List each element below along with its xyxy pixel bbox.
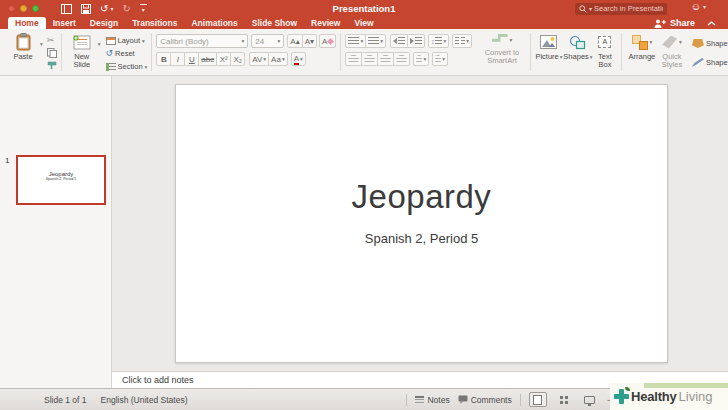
align-left-button[interactable] [345, 52, 362, 66]
undo-button[interactable]: ↺▾ [100, 4, 113, 14]
tab-review[interactable]: Review [304, 17, 347, 29]
underline-button[interactable]: U [184, 52, 199, 66]
picture-icon [540, 35, 557, 49]
line-spacing-button[interactable]: ↕▾ [428, 34, 449, 48]
redo-button[interactable]: ↻ [122, 4, 130, 14]
decrease-indent-button[interactable] [390, 34, 408, 48]
eraser-icon [327, 37, 334, 44]
customize-toolbar-button[interactable]: ▾ [140, 4, 147, 13]
increase-indent-button[interactable] [407, 34, 425, 48]
thumbnail-subtitle-text: Spanish 2, Period 5 [18, 177, 104, 181]
slide-subtitle-placeholder[interactable]: Spanish 2, Period 5 [176, 231, 667, 246]
strikethrough-button[interactable]: abc [198, 52, 217, 66]
picture-button[interactable]: Picture▾ [535, 32, 563, 61]
text-direction-button[interactable]: ▾ [413, 52, 429, 66]
tab-slide-show[interactable]: Slide Show [245, 17, 304, 29]
change-case-button[interactable]: Aa▾ [268, 52, 288, 66]
tab-animations[interactable]: Animations [184, 17, 244, 29]
shapes-button[interactable]: Shapes▾ [563, 32, 593, 61]
format-painter-button[interactable] [47, 61, 57, 70]
collapse-ribbon-icon[interactable] [707, 21, 716, 26]
tab-insert[interactable]: Insert [46, 17, 83, 29]
tab-home[interactable]: Home [8, 17, 46, 29]
shrink-font-button[interactable]: A▾ [302, 34, 317, 48]
new-slide-dropdown-caret[interactable]: ▾ [98, 41, 101, 47]
bold-button[interactable]: B [156, 52, 171, 66]
copy-button[interactable] [47, 48, 57, 58]
quick-styles-button[interactable]: ▾ Quick Styles [658, 32, 686, 70]
shape-outline-button[interactable]: Shape Outline ▾ [692, 56, 728, 69]
slide-title-placeholder[interactable]: Jeopardy [176, 178, 667, 216]
layout-icon [106, 37, 116, 45]
convert-to-smartart-button[interactable]: ▾ Convert to SmartArt [478, 32, 526, 66]
minimize-window-button[interactable] [20, 5, 27, 12]
columns-button[interactable]: ▾ [452, 34, 472, 48]
quick-styles-icon [662, 36, 677, 49]
align-center-button[interactable] [361, 52, 378, 66]
layout-caret: ▾ [142, 38, 145, 44]
share-button[interactable]: Share [654, 18, 716, 28]
align-right-icon [380, 55, 391, 64]
font-name-combo[interactable]: Calibri (Body)▾ [156, 34, 248, 48]
healthy-living-plus-icon [614, 389, 629, 404]
comments-toggle-button[interactable]: Comments [458, 395, 512, 405]
clear-formatting-button[interactable]: A [319, 34, 336, 48]
shape-fill-icon [692, 39, 704, 48]
layout-button[interactable]: Layout ▾ [106, 34, 148, 47]
reset-button[interactable]: ↺ Reset [106, 47, 148, 60]
superscript-button[interactable]: X² [216, 52, 231, 66]
new-from-template-icon[interactable] [61, 4, 72, 14]
paste-dropdown-caret[interactable]: ▾ [40, 41, 43, 47]
notes-toggle-button[interactable]: Notes [415, 395, 449, 405]
smartart-icon [492, 34, 508, 46]
italic-button[interactable]: I [170, 52, 185, 66]
paste-button[interactable]: Paste [6, 32, 40, 61]
bullets-button[interactable]: ▾ [345, 34, 366, 48]
decrease-indent-icon [393, 38, 397, 44]
tab-design[interactable]: Design [83, 17, 125, 29]
zoom-window-button[interactable] [32, 5, 39, 12]
shape-outline-label: Shape Outline [706, 58, 728, 67]
group-divider [621, 33, 622, 71]
close-window-button[interactable] [8, 5, 15, 12]
slide-canvas[interactable]: Jeopardy Spanish 2, Period 5 [175, 84, 668, 363]
align-text-button[interactable]: ▾ [432, 52, 448, 66]
align-text-icon [435, 55, 441, 64]
character-spacing-button[interactable]: AV▾ [249, 52, 269, 66]
text-box-button[interactable]: A Text Box [593, 32, 617, 70]
section-button[interactable]: Section ▾ [106, 60, 148, 73]
font-color-button[interactable]: A▾ [291, 52, 306, 66]
cut-button[interactable]: ✂ [47, 36, 57, 45]
justify-button[interactable] [393, 52, 410, 66]
undo-dropdown-caret[interactable]: ▾ [110, 5, 113, 12]
slide-thumbnail[interactable]: Jeopardy Spanish 2, Period 5 [16, 155, 106, 205]
numbering-button[interactable]: ▾ [365, 34, 386, 48]
tab-transitions[interactable]: Transitions [125, 17, 184, 29]
picture-label: Picture [535, 53, 558, 61]
normal-view-button[interactable] [529, 392, 547, 407]
slide-show-button[interactable] [581, 392, 599, 407]
align-right-button[interactable] [377, 52, 394, 66]
slide-sorter-button[interactable] [555, 392, 573, 407]
reset-label: Reset [115, 49, 135, 58]
language-indicator[interactable]: English (United States) [101, 395, 188, 405]
font-size-combo[interactable]: 24▾ [251, 34, 284, 48]
quick-access-toolbar: ↺▾ ↻ ▾ [61, 4, 147, 14]
shape-fill-button[interactable]: Shape Fill ▾ [692, 37, 728, 50]
search-scope-caret[interactable]: ▾ [589, 5, 592, 12]
arrange-button[interactable]: ▾ Arrange [626, 32, 658, 61]
subscript-button[interactable]: X₂ [230, 52, 245, 66]
search-box[interactable]: ▾ [575, 3, 667, 15]
save-icon[interactable] [81, 4, 91, 14]
group-divider [340, 33, 341, 71]
text-box-icon: A [598, 36, 611, 48]
grow-font-button[interactable]: A▴ [287, 34, 302, 48]
text-box-label: Text Box [595, 53, 615, 70]
feedback-button[interactable]: ☺ ▾ [691, 1, 706, 12]
new-slide-button[interactable]: New Slide [66, 32, 98, 70]
tab-view[interactable]: View [347, 17, 380, 29]
shapes-icon [569, 35, 586, 50]
search-input[interactable] [594, 4, 663, 13]
statusbar-divider [520, 394, 521, 406]
notes-icon [415, 396, 424, 404]
